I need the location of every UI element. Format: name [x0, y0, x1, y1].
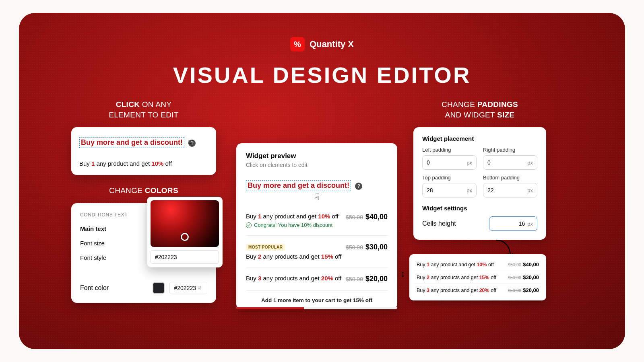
click-header: CLICK ON ANY ELEMENT TO EDIT — [71, 99, 216, 120]
offer-line: Buy 1 any product and get 10% off — [79, 160, 208, 167]
most-popular-badge: MOST POPULAR — [246, 244, 285, 251]
left-padding-input[interactable] — [427, 159, 464, 166]
color-picker-popover[interactable] — [147, 197, 223, 267]
mini-preview-card: Buy 1 any product and get 10% off $50,00… — [409, 254, 546, 300]
color-swatch-icon[interactable] — [153, 282, 165, 294]
vertical-resize-icon: ↕ — [400, 269, 405, 279]
editor-canvas: % Quantity X VISUAL DESIGN EDITOR CLICK … — [19, 13, 625, 349]
preview-promo-selected[interactable]: Buy more and get a discount! — [246, 180, 351, 191]
brand-logo-icon: % — [290, 37, 305, 51]
colors-card: CONDITIONS TEXT Main text Font size Font… — [71, 203, 216, 303]
tier-row[interactable]: MOST POPULAR Buy 2 any products and get … — [246, 236, 388, 267]
progress-wrap: Add 1 more item to your cart to get 15% … — [236, 297, 397, 309]
left-padding-label: Left padding — [422, 147, 477, 153]
paddings-header: CHANGE PADDINGS AND WIDGET SIZE — [413, 99, 546, 120]
preview-title: Widget preview — [246, 152, 388, 160]
progress-bar — [236, 307, 397, 309]
progress-label: Add 1 more item to your cart to get 15% … — [236, 297, 397, 307]
color-gradient-picker[interactable] — [151, 200, 219, 247]
mini-row: Buy 2 any products and get 15% off $50,0… — [414, 271, 541, 284]
right-padding-label: Right padding — [483, 147, 537, 153]
paddings-card: Widget placement Left padding px Right p… — [413, 127, 546, 240]
tier-row[interactable]: Buy 3 any products and get 20% off $50,0… — [246, 267, 388, 291]
pointer-cursor-icon: ☟ — [198, 285, 201, 291]
help-icon[interactable]: ? — [355, 183, 362, 190]
check-circle-icon — [246, 222, 252, 228]
widget-preview-card: Widget preview Click on elements to edit… — [236, 143, 397, 309]
cells-height-label: Cells height — [422, 220, 456, 227]
mini-row: Buy 1 any product and get 10% off $50,00… — [414, 258, 541, 271]
promo-heading-selected[interactable]: Buy more and get a discount! — [79, 137, 184, 148]
top-padding-input[interactable] — [427, 187, 464, 193]
tier-row[interactable]: Buy 1 any product and get 10% off Congra… — [246, 206, 388, 236]
congrats-line: Congrats! You have 10% discount — [246, 222, 339, 228]
click-demo-card: Buy more and get a discount! ? ☟ Buy 1 a… — [71, 127, 216, 175]
right-padding-input[interactable] — [487, 159, 525, 166]
top-padding-label: Top padding — [422, 175, 477, 181]
widget-placement-title: Widget placement — [422, 135, 537, 142]
pointer-cursor-icon: ☟ — [246, 192, 388, 202]
widget-settings-title: Widget settings — [422, 205, 537, 212]
colors-header: CHANGE COLORS — [71, 185, 216, 196]
page-title: VISUAL DESIGN EDITOR — [173, 62, 471, 88]
preview-subtitle: Click on elements to edit — [246, 162, 388, 168]
row-font-color[interactable]: Font color — [80, 284, 148, 292]
brand-name: Quantity X — [310, 39, 354, 49]
hex-chip[interactable]: #202223 ☟ — [169, 282, 207, 294]
brand: % Quantity X — [290, 37, 354, 51]
hex-input[interactable] — [151, 250, 219, 264]
bottom-padding-input[interactable] — [487, 187, 525, 193]
pointer-cursor-icon: ☟ — [188, 138, 193, 148]
mini-row: Buy 3 any products and get 20% off $50,0… — [414, 284, 541, 296]
bottom-padding-label: Bottom padding — [483, 175, 537, 181]
cells-height-input[interactable] — [493, 220, 525, 227]
